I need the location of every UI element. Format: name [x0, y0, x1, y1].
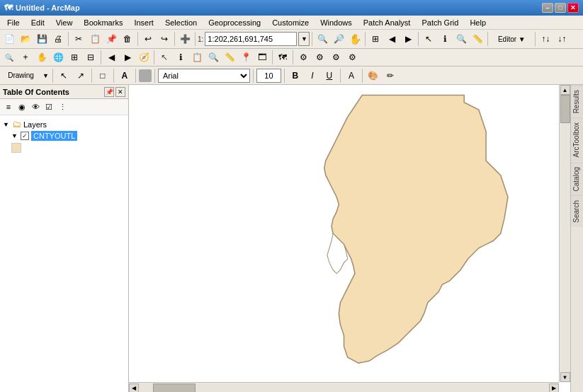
font-size-input[interactable] — [256, 69, 281, 83]
extras-btn4[interactable]: ⚙ — [344, 50, 360, 65]
paste-button[interactable]: 📌 — [103, 31, 119, 47]
menu-insert[interactable]: Insert — [128, 17, 159, 28]
toc-pin-button[interactable]: 📌 — [104, 87, 114, 97]
find2-button[interactable]: 🔍 — [205, 50, 221, 65]
scroll-v-thumb[interactable] — [560, 95, 570, 123]
sidebar-tab-search[interactable]: Search — [571, 195, 583, 227]
measure2-button[interactable]: 📏 — [222, 50, 237, 65]
select-arrow-button[interactable]: ↖ — [157, 50, 172, 65]
drawing-dropdown[interactable]: Drawing — [1, 68, 40, 83]
toc-layer-checkbox[interactable] — [21, 132, 29, 140]
menu-file[interactable]: File — [1, 17, 26, 28]
drawing-pointer[interactable]: ↖ — [56, 68, 72, 83]
toc-group-header[interactable]: ▼ 🗂 Layers — [1, 118, 127, 130]
font-color-btn[interactable]: A — [344, 68, 359, 83]
scroll-h-track[interactable] — [139, 384, 549, 393]
copy2-button[interactable]: 📋 — [189, 50, 205, 65]
map-service-button[interactable]: 🗺 — [275, 50, 290, 65]
drawing-select[interactable]: ↗ — [73, 68, 89, 83]
menu-selection[interactable]: Selection — [159, 17, 203, 28]
sidebar-tab-results[interactable]: Results — [571, 85, 583, 117]
pan2-button[interactable]: ✋ — [34, 50, 50, 65]
toc-source-btn[interactable]: ◉ — [16, 100, 28, 113]
html-popup-button[interactable]: 🗔 — [254, 50, 270, 65]
scroll-v-track[interactable] — [560, 95, 570, 372]
zoom-in-button[interactable]: 🔍 — [315, 31, 330, 47]
color-swatch[interactable] — [139, 69, 152, 82]
menu-help[interactable]: Help — [464, 17, 492, 28]
bold-button[interactable]: B — [288, 68, 303, 83]
toc-close-button[interactable]: ✕ — [115, 87, 125, 97]
toc-visibility-btn[interactable]: 👁 — [29, 100, 42, 113]
line-btn[interactable]: ✏ — [383, 68, 398, 83]
close-button[interactable]: ✕ — [567, 3, 579, 13]
scroll-up-button[interactable]: ▲ — [560, 85, 570, 95]
rectangle-btn[interactable]: □ — [95, 68, 111, 83]
editor-dropdown[interactable]: Editor ▼ — [490, 31, 533, 47]
menu-geoprocessing[interactable]: Geoprocessing — [203, 17, 266, 28]
fill-btn[interactable]: 🎨 — [366, 68, 381, 83]
toc-options-btn[interactable]: ⋮ — [56, 100, 69, 113]
undo-button[interactable]: ↩ — [140, 31, 156, 47]
zoom-map-button[interactable]: 🔍 — [1, 50, 17, 65]
menu-windows[interactable]: Windows — [315, 17, 358, 28]
back-button[interactable]: ◀ — [103, 50, 119, 65]
add-data-button[interactable]: ➕ — [177, 31, 193, 47]
scroll-right-button[interactable]: ▶ — [549, 384, 559, 393]
find-button[interactable]: 🔍 — [453, 31, 469, 47]
italic-button[interactable]: I — [305, 68, 320, 83]
toc-list-btn[interactable]: ≡ — [2, 100, 15, 113]
map-area[interactable]: ▲ ▼ ◀ ▶ — [129, 85, 570, 392]
delete-button[interactable]: 🗑 — [120, 31, 135, 47]
extent-btn2[interactable]: ⊞ — [67, 50, 82, 65]
menu-customize[interactable]: Customize — [266, 17, 315, 28]
scroll-h-thumb[interactable] — [153, 384, 196, 393]
goto-button[interactable]: 📍 — [238, 50, 254, 65]
text-btn[interactable]: A — [117, 68, 132, 83]
save-button[interactable]: 💾 — [34, 31, 50, 47]
toc-selection-btn[interactable]: ☑ — [43, 100, 55, 113]
copy-button[interactable]: 📋 — [87, 31, 103, 47]
scale-dropdown[interactable]: ▼ — [298, 32, 310, 46]
full-extent-button[interactable]: ⊞ — [368, 31, 383, 47]
maximize-button[interactable]: □ — [555, 3, 566, 13]
identify-button[interactable]: ℹ — [437, 31, 453, 47]
underline-button[interactable]: U — [322, 68, 337, 83]
sidebar-tab-arctoolbox[interactable]: ArcToolbox — [571, 117, 583, 161]
redo-button[interactable]: ↪ — [157, 31, 172, 47]
select-button[interactable]: ↖ — [421, 31, 436, 47]
sort-asc-button[interactable]: ↑↓ — [538, 31, 553, 47]
new-button[interactable]: 📄 — [1, 31, 17, 47]
extent-btn3[interactable]: ⊟ — [83, 50, 98, 65]
print-button[interactable]: 🖨 — [50, 31, 66, 47]
zoom-out-button[interactable]: 🔎 — [331, 31, 346, 47]
menu-bookmarks[interactable]: Bookmarks — [78, 17, 128, 28]
menu-patch-analyst[interactable]: Patch Analyst — [358, 17, 417, 28]
toc-layer-name[interactable]: CNTYOUTL — [31, 131, 77, 141]
font-select[interactable]: Arial — [158, 69, 250, 83]
scroll-left-button[interactable]: ◀ — [129, 384, 139, 393]
scroll-down-button[interactable]: ▼ — [560, 372, 570, 382]
minimize-button[interactable]: – — [542, 3, 553, 13]
forward-button[interactable]: ▶ — [120, 50, 135, 65]
title-bar-left: 🗺 Untitled - ArcMap — [4, 3, 80, 13]
prev-extent-button[interactable]: ◀ — [384, 31, 400, 47]
pan-button[interactable]: ✋ — [347, 31, 363, 47]
open-button[interactable]: 📂 — [18, 31, 33, 47]
measure-button[interactable]: 📏 — [470, 31, 485, 47]
extras-btn3[interactable]: ⚙ — [328, 50, 344, 65]
scale-input[interactable] — [205, 32, 297, 46]
globe-button[interactable]: 🌐 — [50, 50, 66, 65]
cut-button[interactable]: ✂ — [71, 31, 86, 47]
extras-btn2[interactable]: ⚙ — [312, 50, 327, 65]
next-extent-button[interactable]: ▶ — [400, 31, 416, 47]
menu-view[interactable]: View — [50, 17, 79, 28]
menu-patch-grid[interactable]: Patch Grid — [416, 17, 464, 28]
menu-edit[interactable]: Edit — [26, 17, 50, 28]
info-button[interactable]: ℹ — [173, 50, 188, 65]
sort-desc-button[interactable]: ↓↑ — [554, 31, 570, 47]
navigate-btn[interactable]: 🧭 — [136, 50, 152, 65]
extras-btn[interactable]: ⚙ — [295, 50, 311, 65]
sidebar-tab-catalog[interactable]: Catalog — [571, 162, 583, 195]
zoom-in2-button[interactable]: + — [18, 50, 33, 65]
